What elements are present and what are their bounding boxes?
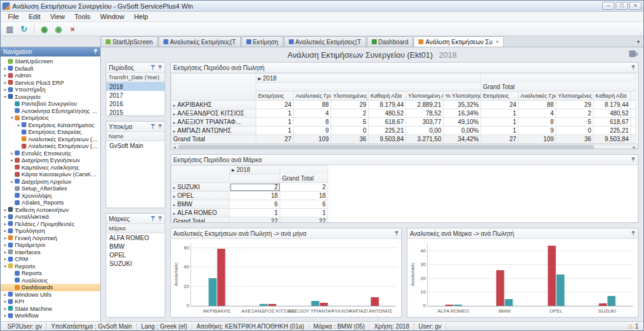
tree-expand-icon[interactable]: ▸: [2, 72, 8, 78]
pivot-row-header[interactable]: ▸ALFA ROMEO: [171, 209, 230, 217]
tree-item[interactable]: Reports: [1, 270, 100, 277]
filter-option[interactable]: 2015: [106, 108, 165, 116]
tree-collapse-icon[interactable]: ▾: [2, 263, 8, 269]
pivot-value-cell[interactable]: 1: [481, 118, 519, 127]
pivot-value-cell[interactable]: 1: [256, 118, 294, 127]
pivot-measure-header[interactable]: Υλοποιημένη Αξία: [406, 92, 444, 101]
tree-item[interactable]: ▾Reports: [1, 263, 100, 270]
tree-expand-icon[interactable]: ▸: [2, 87, 8, 92]
pivot-value-cell[interactable]: 16,34%: [444, 109, 481, 118]
tree-expand-icon[interactable]: ▸: [9, 150, 15, 156]
pivot-value-cell[interactable]: 0,00: [406, 127, 444, 135]
tree-item[interactable]: Κάρτα Καυσαερίων (CarsKEK): [1, 171, 100, 178]
menu-window[interactable]: Window: [95, 12, 129, 21]
pin-icon[interactable]: [158, 124, 162, 130]
tree-expand-icon[interactable]: ▸: [16, 122, 22, 128]
pivot-value-cell[interactable]: 0,00%: [444, 127, 481, 135]
pivot-column-group-2018[interactable]: ▸ 2018: [230, 166, 280, 174]
bar-Υλοποιημένες[interactable]: [208, 278, 216, 306]
pivot-measure-header[interactable]: % Υλοποίησης: [444, 92, 481, 101]
pivot-column-group-2018[interactable]: ▸ 2018: [256, 74, 481, 83]
tab-4[interactable]: Αναλυτικές Εκτιμήσεις(T: [284, 36, 366, 47]
pivot-value-cell[interactable]: 9.503,84: [369, 135, 406, 144]
tree-item[interactable]: Ραντεβού Συνεργείου: [1, 100, 100, 107]
filter-column-header[interactable]: Μάρκα: [106, 224, 165, 233]
tree-item[interactable]: ▸Υποστήριξη: [1, 86, 100, 93]
pivot-value-cell[interactable]: 88: [519, 101, 556, 109]
tree-expand-icon[interactable]: ▸: [2, 235, 8, 241]
tree-item[interactable]: Καμπάνιες Ανάκλησης: [1, 164, 100, 171]
pivot-value-cell[interactable]: 35,32%: [444, 101, 481, 109]
tree-item[interactable]: ▸Default: [1, 65, 100, 72]
pivot-value-cell[interactable]: 36: [331, 135, 369, 144]
pivot-row-header[interactable]: ▸ΑΜΠΑΖΙ ΑΝΤΩΝΗΣ: [171, 127, 256, 135]
pivot-value-cell[interactable]: 2: [230, 183, 280, 192]
filter-option[interactable]: ALFA ROMEO: [106, 233, 165, 242]
expand-icon[interactable]: ▸: [173, 120, 176, 125]
tree-item[interactable]: ▸State Machine: [1, 305, 100, 313]
tree-item[interactable]: ▸Interfaces: [1, 249, 100, 256]
pivot-value-cell[interactable]: 1: [256, 109, 294, 118]
bar-series-2[interactable]: [556, 275, 564, 306]
pivot-value-cell[interactable]: 24: [481, 101, 519, 109]
pivot-measure-header[interactable]: Εκτιμήσεις: [481, 92, 519, 101]
tree-item[interactable]: ▸Τιμολόγηση: [1, 227, 100, 235]
bar-Μη Υλοποιημένες[interactable]: [269, 304, 277, 306]
tree-item[interactable]: ▸Service Plus3 ERP: [1, 79, 100, 87]
minimize-button[interactable]: –: [602, 2, 615, 10]
layout-icon[interactable]: ▥: [4, 23, 16, 34]
tree-item[interactable]: ▸KPI: [1, 298, 100, 305]
pivot-value-cell[interactable]: 1: [280, 209, 328, 217]
tree-item[interactable]: Dashboards: [1, 284, 100, 291]
pivot-row-header[interactable]: ▸BMW: [171, 200, 230, 209]
pivot-value-cell[interactable]: 27: [481, 135, 519, 144]
tree-item[interactable]: ▾Εκτιμήσεις: [1, 114, 100, 122]
maximize-button[interactable]: □: [616, 2, 628, 10]
tree-item[interactable]: Αναλύσεις: [1, 277, 100, 284]
tree-expand-icon[interactable]: ▸: [2, 249, 8, 255]
expand-icon[interactable]: ▸: [173, 211, 176, 216]
pivot-grandtotal-row-header[interactable]: Grand Total: [171, 135, 256, 144]
scroll-left-icon[interactable]: ◂: [171, 145, 178, 149]
bar-Υλοποιημένες[interactable]: [311, 301, 319, 306]
tree-expand-icon[interactable]: ▸: [2, 306, 8, 311]
expand-icon[interactable]: ▸: [173, 185, 176, 190]
pivot-value-cell[interactable]: 88: [294, 101, 331, 109]
tree-item[interactable]: Αναλυτικές Εκτιμήσεων (List): [1, 136, 100, 143]
pivot-value-cell[interactable]: 18: [230, 192, 280, 200]
bar-series-1[interactable]: [548, 246, 556, 306]
pivot-value-cell[interactable]: 27: [280, 217, 328, 224]
pivot-value-cell[interactable]: 8.179,44: [369, 101, 406, 109]
pivot-row-header[interactable]: ▸SUZUKI: [171, 183, 230, 192]
pin-icon[interactable]: [93, 49, 98, 55]
filter-column-header[interactable]: TransfH_Date (Year): [106, 73, 165, 82]
pivot-value-cell[interactable]: 5: [331, 118, 369, 127]
pivot-value-cell[interactable]: 27: [256, 135, 294, 144]
tree-expand-icon[interactable]: ▸: [2, 214, 8, 219]
pin-icon[interactable]: [158, 216, 162, 222]
filter-option[interactable]: 2017: [106, 91, 165, 99]
bar-Υλοποιημένες[interactable]: [260, 304, 268, 306]
tree-item[interactable]: ▾Συνεργείο: [1, 93, 100, 101]
tree-item[interactable]: Χρονολήψη: [1, 192, 100, 200]
export-icon[interactable]: ▦⚙: [629, 49, 636, 58]
close-window-icon[interactable]: ×: [66, 23, 79, 34]
pivot-value-cell[interactable]: 3.271,50: [406, 135, 444, 144]
expand-icon[interactable]: ▸: [173, 203, 176, 207]
tree-item[interactable]: Αυτοκίνητα Εξυπηρέτησης Πελατ...: [1, 107, 100, 115]
tree-item[interactable]: ▸Διαχείριση Αρχείων: [1, 178, 100, 185]
tree-expand-icon[interactable]: ▸: [2, 228, 8, 233]
pivot-measure-header[interactable]: Καθαρή Αξία: [594, 92, 631, 101]
bar-series-1[interactable]: [599, 303, 607, 306]
pivot-value-cell[interactable]: 0: [331, 127, 369, 135]
menu-edit[interactable]: Edit: [24, 12, 45, 21]
pivot-value-cell[interactable]: 34,42%: [444, 135, 481, 144]
pivot-value-cell[interactable]: 1: [481, 127, 519, 135]
pivot-value-cell[interactable]: 27: [230, 217, 280, 224]
menu-file[interactable]: File: [3, 12, 24, 21]
filter-option[interactable]: SUZUKI: [106, 259, 165, 268]
pivot-grandtotal-row-header[interactable]: Grand Total: [171, 217, 230, 224]
horizontal-scrollbar[interactable]: ◂ ▸: [171, 144, 638, 149]
scrollbar-thumb[interactable]: [178, 145, 594, 150]
pivot-value-cell[interactable]: 4: [519, 109, 556, 118]
